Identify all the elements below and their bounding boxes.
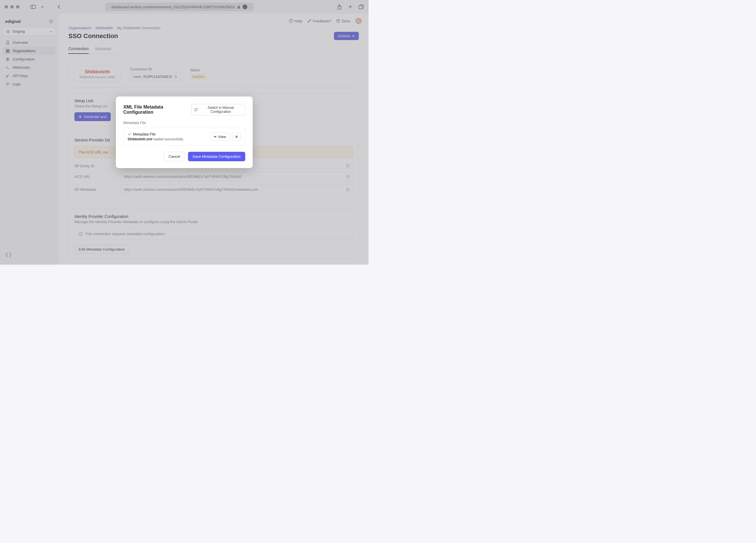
switch-manual-button[interactable]: Switch to Manual Configuration [191,104,245,115]
file-suffix: loaded successfully. [152,137,184,141]
cancel-button[interactable]: Cancel [164,152,185,161]
check-icon [128,132,131,136]
metadata-config-modal: XML File Metadata Configuration Switch t… [116,96,253,168]
save-metadata-button[interactable]: Save Metadata Configuration [188,152,245,161]
remove-file-button[interactable] [232,133,241,141]
file-title: Metadata File [133,132,156,136]
modal-overlay[interactable]: XML File Metadata Configuration Switch t… [0,0,369,264]
modal-section-label: Metadata File [123,120,245,125]
metadata-file-row: Metadata File Shibboleth.xml loaded succ… [123,128,245,145]
modal-title: XML File Metadata Configuration [123,104,189,115]
view-file-button[interactable]: View [210,133,230,141]
view-label: View [218,135,226,139]
file-status-text: Shibboleth.xml loaded successfully. [128,137,184,141]
close-icon [235,135,238,138]
file-name: Shibboleth.xml [128,137,152,141]
switch-label: Switch to Manual Configuration [199,106,242,114]
chevron-down-icon [214,136,217,137]
refresh-icon [194,108,198,111]
